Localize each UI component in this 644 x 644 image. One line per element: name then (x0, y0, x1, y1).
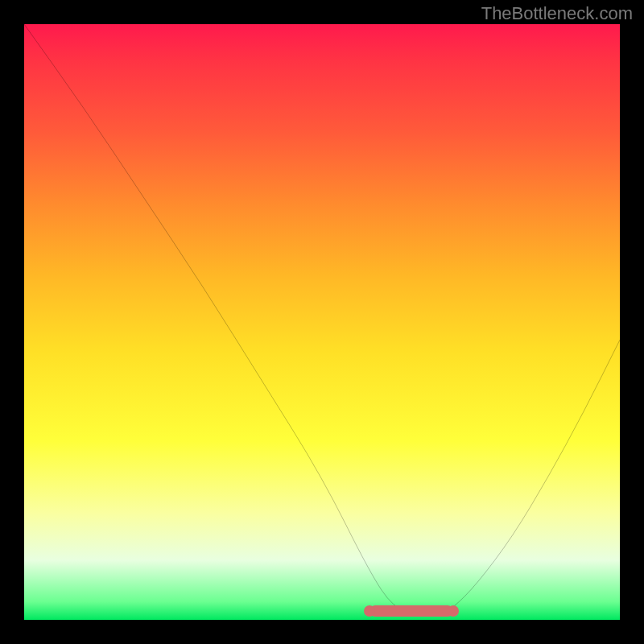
plot-area (24, 24, 620, 620)
curve-layer (24, 24, 620, 620)
optimal-range-end-dot (448, 605, 459, 617)
bottleneck-curve (24, 24, 620, 614)
optimal-range-marker (369, 605, 453, 617)
attribution-text: TheBottleneck.com (481, 3, 633, 24)
